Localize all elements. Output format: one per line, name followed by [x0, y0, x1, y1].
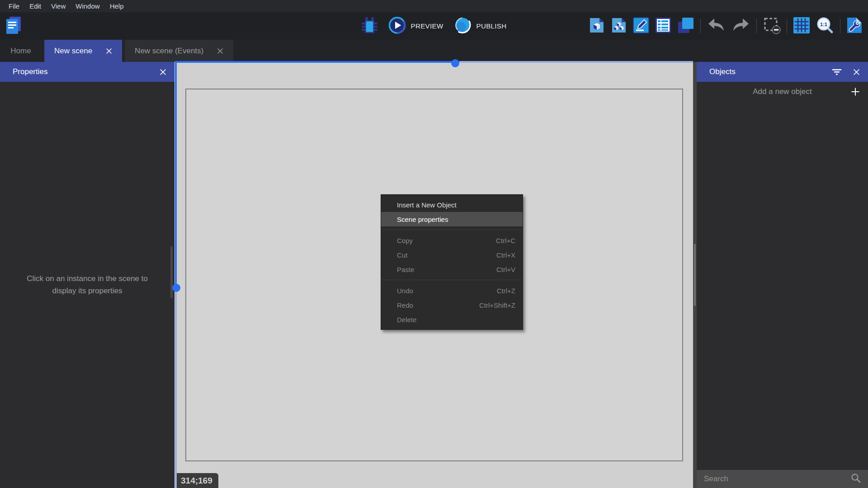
context-menu-item-insert-object[interactable]: Insert a New Object — [381, 197, 523, 212]
debug-button[interactable] — [362, 17, 378, 36]
tab-new-scene-label: New scene — [54, 47, 92, 56]
menu-item-label: Scene properties — [397, 216, 448, 223]
properties-empty-message: Click on an instance in the scene to dis… — [19, 273, 155, 297]
toolbar-center-group: PREVIEW PUBLISH — [362, 17, 507, 36]
preview-button[interactable]: PREVIEW — [389, 17, 443, 35]
add-object-label: Add a new object — [753, 87, 811, 96]
search-icon[interactable] — [851, 473, 861, 485]
close-icon[interactable] — [160, 69, 166, 75]
canvas-hscroll-track-left — [177, 61, 455, 63]
mask-button[interactable] — [763, 16, 781, 36]
publish-globe-icon — [454, 17, 471, 35]
preview-label: PREVIEW — [411, 22, 443, 30]
mask-icon — [763, 16, 781, 36]
menu-item-label: Delete — [397, 316, 416, 324]
tab-new-scene-events[interactable]: New scene (Events) — [125, 40, 233, 62]
undo-button[interactable] — [707, 18, 726, 35]
context-menu-separator — [381, 230, 523, 230]
menu-item-label: Redo — [397, 301, 413, 309]
edit-scene-button[interactable] — [633, 17, 649, 35]
menu-item-label: Insert a New Object — [397, 201, 457, 209]
tab-new-scene-events-label: New scene (Events) — [135, 47, 203, 56]
properties-panel-title: Properties — [13, 67, 47, 76]
properties-panel: Properties Click on an instance in the s… — [0, 62, 175, 488]
setup-button[interactable] — [846, 17, 863, 36]
cursor-coordinates-badge: 314;169 — [177, 473, 218, 488]
canvas-vscroll-track-top — [175, 61, 177, 285]
close-icon[interactable] — [217, 48, 223, 54]
debug-icon — [362, 17, 378, 36]
properties-panel-header: Properties — [0, 62, 175, 82]
add-object-row[interactable]: Add a new object — [697, 82, 868, 102]
preview-play-icon — [389, 17, 406, 35]
objects-panel-title: Objects — [709, 67, 736, 76]
context-menu-item-redo[interactable]: Redo Ctrl+Shift+Z — [381, 298, 523, 312]
context-menu-item-copy[interactable]: Copy Ctrl+C — [381, 233, 523, 248]
tab-home-label: Home — [10, 47, 31, 56]
menu-item-label: Cut — [397, 251, 407, 259]
layers-button[interactable] — [677, 17, 694, 36]
close-icon[interactable] — [853, 69, 860, 75]
grid-button[interactable] — [793, 17, 810, 36]
tab-home[interactable]: Home — [0, 40, 42, 62]
context-menu-item-delete[interactable]: Delete — [381, 312, 523, 327]
search-input[interactable] — [704, 474, 851, 483]
filter-icon[interactable] — [832, 69, 841, 75]
canvas-hscroll-thumb[interactable] — [451, 59, 459, 67]
toolbar-separator — [700, 19, 701, 33]
editor-tabbar: Home New scene New scene (Events) — [0, 40, 868, 62]
context-menu-item-cut[interactable]: Cut Ctrl+X — [381, 248, 523, 262]
context-menu: Insert a New Object Scene properties Cop… — [381, 194, 523, 330]
wrench-icon — [846, 17, 863, 36]
tab-new-scene[interactable]: New scene — [44, 40, 122, 62]
open-scene-objects-button[interactable] — [611, 17, 627, 35]
grid-icon — [793, 17, 810, 36]
menu-file[interactable]: File — [4, 0, 24, 12]
menu-item-label: Undo — [397, 287, 413, 295]
canvas-vscroll-track-bottom — [175, 292, 177, 488]
edit-events-button[interactable] — [655, 17, 671, 35]
redo-icon — [731, 18, 750, 35]
zoom-1-1-button[interactable]: 1:1 — [816, 16, 834, 36]
objects-list-empty-area — [697, 102, 868, 470]
project-manager-button[interactable] — [5, 16, 22, 37]
plus-icon[interactable] — [851, 87, 860, 99]
menu-view[interactable]: View — [46, 0, 71, 12]
redo-button[interactable] — [731, 18, 750, 35]
context-menu-separator — [381, 280, 523, 280]
publish-label: PUBLISH — [476, 22, 506, 30]
editor-content: Properties Click on an instance in the s… — [0, 62, 868, 488]
undo-icon — [707, 18, 726, 35]
menu-item-shortcut: Ctrl+V — [496, 266, 515, 273]
toolbar-right-group: 1:1 — [589, 12, 863, 40]
context-menu-item-paste[interactable]: Paste Ctrl+V — [381, 262, 523, 277]
canvas-right-scrollbar-thumb[interactable] — [694, 244, 696, 306]
scene-canvas[interactable]: 314;169 Insert a New Object Scene proper… — [175, 62, 697, 488]
project-manager-icon — [5, 16, 22, 37]
edit-scene-pencil-icon — [633, 17, 649, 35]
objects-search-bar — [697, 470, 868, 488]
zoom-1-1-icon: 1:1 — [816, 16, 834, 36]
app-menubar: File Edit View Window Help — [0, 0, 868, 12]
menu-window[interactable]: Window — [71, 0, 104, 12]
open-scene-button[interactable] — [589, 17, 605, 35]
scene-file-icon — [589, 17, 605, 35]
context-menu-item-scene-properties[interactable]: Scene properties — [381, 212, 523, 226]
menu-item-shortcut: Ctrl+Z — [497, 287, 515, 295]
toolbar-separator — [787, 19, 787, 33]
close-icon[interactable] — [106, 48, 112, 54]
menu-help[interactable]: Help — [105, 0, 129, 12]
publish-button[interactable]: PUBLISH — [454, 17, 506, 35]
menu-item-label: Paste — [397, 266, 414, 273]
events-sheet-icon — [655, 17, 671, 35]
context-menu-item-undo[interactable]: Undo Ctrl+Z — [381, 283, 523, 298]
objects-panel: Objects Add a new object — [697, 62, 868, 488]
canvas-right-scrollbar-track — [693, 62, 697, 488]
menu-edit[interactable]: Edit — [24, 0, 46, 12]
objects-panel-header: Objects — [697, 62, 868, 82]
menu-item-shortcut: Ctrl+Shift+Z — [479, 301, 515, 309]
properties-scrollbar-thumb[interactable] — [170, 246, 173, 298]
canvas-vscroll-thumb[interactable] — [172, 284, 180, 292]
scene-objects-file-icon — [611, 17, 627, 35]
toolbar-separator — [840, 19, 840, 33]
